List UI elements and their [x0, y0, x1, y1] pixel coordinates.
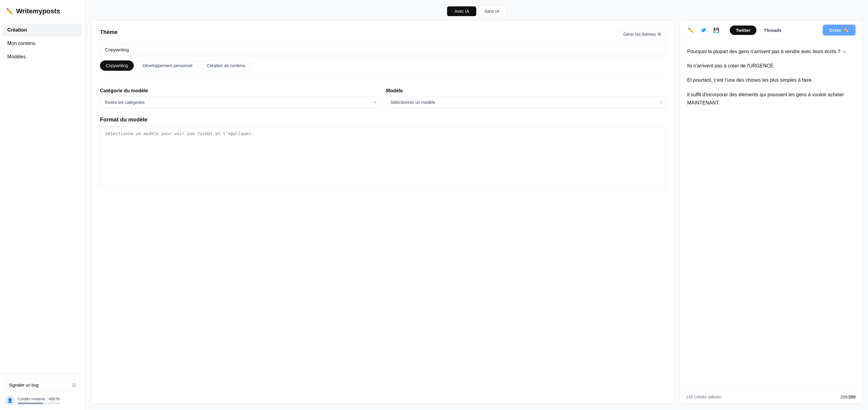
- format-title: Format du modèle: [100, 116, 666, 123]
- post-paragraph-4: Il suffit d'incorporer des éléments qui …: [687, 91, 854, 107]
- sidebar-nav: Création Mon contenu Modèles: [0, 24, 85, 63]
- right-panel-content: Pourquoi la plupart des gens n'arrivent …: [680, 40, 862, 390]
- model-select[interactable]: Sélectionner un modèle: [386, 97, 666, 108]
- pencil-icon: ✏️: [6, 8, 14, 15]
- left-panel: Thème Gérer les thèmes ⧉ Copywriting Dév…: [91, 20, 675, 404]
- format-textarea[interactable]: [100, 127, 666, 187]
- create-btn-label: Créer: [829, 28, 841, 33]
- category-label: Catégorie du modèle: [100, 88, 380, 94]
- save-icon-button[interactable]: 💾: [711, 25, 721, 35]
- tag-creation-de-contenu[interactable]: Création de contenu: [201, 61, 251, 71]
- copy-icon: ⧉: [658, 32, 661, 37]
- theme-header: Thème Gérer les thèmes ⧉: [100, 29, 666, 39]
- right-panel-header: ✏️ 💾 Twitter Threads Créer ✏️: [680, 20, 862, 40]
- edit-icon-button[interactable]: ✏️: [686, 25, 696, 35]
- theme-tags: Copywriting Développement personnel Créa…: [100, 61, 666, 71]
- tag-copywriting[interactable]: Copywriting: [100, 61, 134, 71]
- post-paragraph-2: Ils n'arrivent pas à créer de l'URGENCE.: [687, 62, 854, 70]
- manage-themes-label: Gérer les thèmes: [623, 32, 656, 37]
- credits-bar-fill: [18, 402, 43, 404]
- header-icons: ✏️ 💾: [686, 25, 721, 35]
- credits-bar: [18, 402, 60, 404]
- post-paragraph-3: Et pourtant, c'est l'une des choses les …: [687, 76, 854, 84]
- model-section: Catégorie du modèle Toutes les catégorie…: [100, 88, 666, 108]
- avec-ia-button[interactable]: Avec IA: [447, 6, 476, 16]
- sidebar-bottom: Signaler un bug ⊞ 👤 Crédits restants : 4…: [0, 374, 85, 410]
- right-panel-footer: 145 crédits utilisés 266/280: [680, 390, 862, 404]
- post-paragraph-1: Pourquoi la plupart des gens n'arrivent …: [687, 47, 854, 56]
- sidebar-item-creation[interactable]: Création: [2, 24, 82, 36]
- model-group: Modèle Sélectionner un modèle ▾: [386, 88, 666, 108]
- platform-tabs: Twitter Threads: [730, 26, 787, 35]
- post-text: Pourquoi la plupart des gens n'arrivent …: [687, 47, 854, 107]
- model-label: Modèle: [386, 88, 666, 94]
- divider-1: [100, 79, 666, 79]
- right-panel: ✏️ 💾 Twitter Threads Créer ✏️: [680, 20, 862, 404]
- theme-section: Thème Gérer les thèmes ⧉ Copywriting Dév…: [100, 29, 666, 71]
- twitter-icon-button[interactable]: [699, 25, 708, 35]
- avatar-icon: 👤: [7, 398, 12, 403]
- credits-used: 145 crédits utilisés: [686, 395, 721, 399]
- copy-paragraph-icon[interactable]: ⧉: [843, 49, 846, 54]
- sans-ia-button[interactable]: Sans IA: [477, 6, 506, 17]
- category-select-wrapper: Toutes les catégories ▾: [100, 97, 380, 108]
- tab-threads[interactable]: Threads: [758, 26, 787, 35]
- char-count: 266/280: [840, 395, 856, 399]
- credits-info: Crédits restants : 49678: [18, 397, 80, 404]
- sidebar: ✏️ Writemyposts Création Mon contenu Mod…: [0, 0, 85, 410]
- app-logo: ✏️ Writemyposts: [0, 0, 85, 24]
- content-area: Thème Gérer les thèmes ⧉ Copywriting Dév…: [85, 20, 868, 410]
- create-pen-icon: ✏️: [843, 27, 849, 33]
- sidebar-item-modeles[interactable]: Modèles: [2, 50, 82, 63]
- theme-input[interactable]: [100, 43, 666, 56]
- ia-toggle: Avec IA Sans IA: [446, 5, 507, 17]
- main-content: Avec IA Sans IA Thème Gérer les thèmes ⧉…: [85, 0, 868, 410]
- app-name: Writemyposts: [16, 7, 60, 15]
- user-info: 👤 Crédits restants : 49678: [5, 396, 80, 405]
- tab-twitter[interactable]: Twitter: [730, 26, 756, 35]
- credits-text: Crédits restants : 49678: [18, 397, 80, 401]
- sidebar-item-mon-contenu[interactable]: Mon contenu: [2, 37, 82, 50]
- char-count-max: 280: [848, 395, 856, 399]
- top-bar: Avec IA Sans IA: [85, 0, 868, 20]
- tag-developpement-personnel[interactable]: Développement personnel: [137, 61, 198, 71]
- category-select[interactable]: Toutes les catégories: [100, 97, 380, 108]
- avatar: 👤: [5, 396, 14, 405]
- create-button[interactable]: Créer ✏️: [823, 25, 856, 36]
- format-section: Format du modèle: [100, 116, 666, 395]
- category-group: Catégorie du modèle Toutes les catégorie…: [100, 88, 380, 108]
- manage-themes-button[interactable]: Gérer les thèmes ⧉: [618, 29, 666, 39]
- bug-report-label: Signaler un bug: [9, 383, 39, 387]
- bug-report-button[interactable]: Signaler un bug ⊞: [5, 379, 80, 391]
- screenshot-icon: ⊞: [72, 382, 76, 388]
- model-select-wrapper: Sélectionner un modèle ▾: [386, 97, 666, 108]
- char-count-current: 266: [840, 395, 847, 399]
- theme-title: Thème: [100, 29, 118, 36]
